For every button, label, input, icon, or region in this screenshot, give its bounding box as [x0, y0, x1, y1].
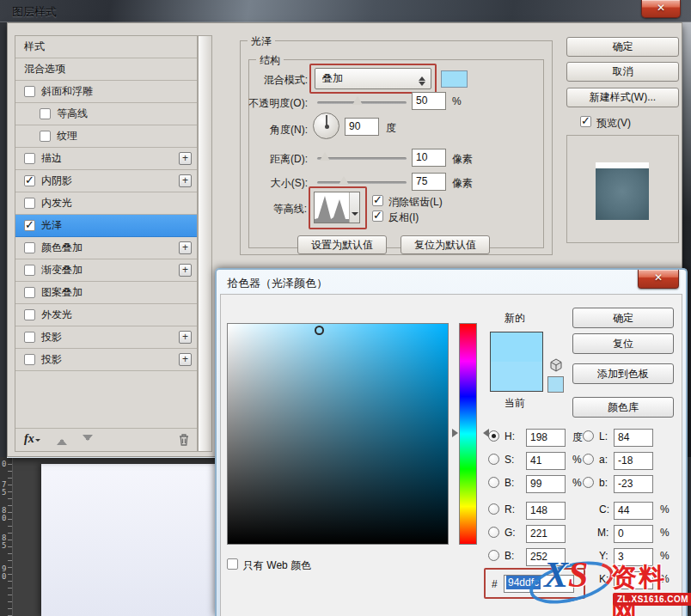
checkbox[interactable]: [24, 354, 35, 365]
checkbox[interactable]: [24, 198, 35, 209]
move-down-icon[interactable]: [83, 434, 93, 446]
plus-icon[interactable]: [179, 241, 192, 254]
plus-icon[interactable]: [179, 174, 192, 187]
k-input[interactable]: 0: [614, 571, 653, 589]
plus-icon[interactable]: [179, 152, 192, 165]
l-radio[interactable]: [583, 430, 594, 442]
sidebar-item-color-overlay[interactable]: 颜色叠加: [15, 237, 197, 259]
current-color-swatch: [491, 362, 542, 391]
checkbox[interactable]: [24, 265, 35, 276]
antialias-checkbox[interactable]: [372, 195, 383, 206]
h-input[interactable]: 198: [526, 429, 566, 447]
h-radio[interactable]: [488, 430, 499, 442]
out-of-gamut-cube-icon[interactable]: [549, 358, 563, 375]
sidebar-scrollbar[interactable]: [198, 35, 212, 452]
photoshop-window: 图层样式 ✕ 0 7 5 8 0 8 5 9 0 样式 混合选项 斜面和: [0, 0, 691, 616]
opacity-unit: %: [452, 95, 462, 107]
hue-slider-arrow-left[interactable]: [452, 429, 462, 437]
new-style-button[interactable]: 新建样式(W)...: [566, 88, 679, 107]
distance-input[interactable]: 10: [412, 149, 446, 167]
b2-radio[interactable]: [488, 550, 499, 561]
plus-icon[interactable]: [179, 264, 192, 277]
gamut-color-swatch[interactable]: [547, 376, 564, 393]
checkbox[interactable]: [40, 108, 51, 119]
color-field-marker[interactable]: [315, 326, 324, 335]
cancel-button[interactable]: 取消: [566, 62, 679, 82]
r-radio[interactable]: [488, 503, 499, 515]
g-input[interactable]: 221: [526, 525, 566, 543]
c-input[interactable]: 44: [614, 502, 653, 520]
size-input[interactable]: 75: [412, 173, 446, 191]
preview-checkbox[interactable]: [580, 116, 591, 127]
contour-picker[interactable]: [314, 192, 360, 223]
dropdown-arrows-icon: [419, 73, 425, 89]
sidebar-item-satin[interactable]: 光泽: [15, 215, 197, 237]
checkbox[interactable]: [24, 153, 35, 164]
move-up-icon[interactable]: [57, 434, 67, 446]
checkbox[interactable]: [24, 175, 35, 186]
checkbox[interactable]: [24, 287, 35, 298]
angle-input[interactable]: 90: [345, 118, 379, 136]
sidebar-item-bevel-emboss[interactable]: 斜面和浮雕: [15, 81, 197, 103]
sidebar-item-stroke[interactable]: 描边: [15, 148, 197, 170]
sidebar-item-styles[interactable]: 样式: [15, 36, 197, 58]
l-input[interactable]: 84: [614, 429, 653, 447]
sidebar-item-blending-options[interactable]: 混合选项: [15, 58, 197, 81]
layer-style-close-button[interactable]: ✕: [641, 0, 681, 18]
blend-mode-value: 叠加: [322, 71, 343, 86]
sidebar-item-drop-shadow[interactable]: 投影: [15, 326, 197, 349]
sidebar-item-outer-glow[interactable]: 外发光: [15, 304, 197, 326]
sidebar-item-inner-shadow[interactable]: 内阴影: [15, 170, 197, 192]
checkbox[interactable]: [40, 131, 51, 142]
a-input[interactable]: -18: [614, 452, 653, 470]
plus-icon[interactable]: [179, 353, 192, 366]
plus-icon[interactable]: [179, 331, 192, 344]
sidebar-item-inner-glow[interactable]: 内发光: [15, 192, 197, 215]
reset-default-button[interactable]: 复位为默认值: [401, 235, 490, 254]
add-to-swatches-button[interactable]: 添加到色板: [572, 363, 674, 384]
distance-unit: 像素: [452, 152, 473, 167]
angle-dial[interactable]: [313, 113, 339, 139]
ok-button[interactable]: 确定: [566, 37, 679, 57]
fx-menu-icon[interactable]: fx: [24, 432, 34, 446]
sidebar-item-drop-shadow-2[interactable]: 投影: [15, 349, 197, 371]
invert-checkbox[interactable]: [372, 210, 383, 222]
lab-b-input[interactable]: -23: [614, 475, 653, 493]
contour-dropdown-arrow-icon[interactable]: [349, 192, 359, 223]
delete-trash-icon[interactable]: [178, 433, 190, 448]
a-radio[interactable]: [583, 454, 594, 465]
distance-slider[interactable]: [317, 157, 407, 160]
sidebar-item-pattern-overlay[interactable]: 图案叠加: [15, 282, 197, 304]
sidebar-item-contour[interactable]: 等高线: [15, 103, 197, 125]
set-default-button[interactable]: 设置为默认值: [297, 235, 387, 254]
color-picker-close-button[interactable]: ✕: [638, 270, 679, 289]
sidebar-item-texture[interactable]: 纹理: [15, 125, 197, 148]
b-radio[interactable]: [488, 477, 499, 488]
picker-ok-button[interactable]: 确定: [572, 308, 674, 328]
color-libraries-button[interactable]: 颜色库: [572, 397, 674, 418]
g-radio[interactable]: [488, 527, 499, 538]
checkbox[interactable]: [24, 86, 35, 97]
checkbox[interactable]: [24, 332, 35, 343]
b-input[interactable]: 99: [526, 475, 566, 493]
saturation-brightness-field[interactable]: [227, 323, 449, 545]
s-input[interactable]: 41: [526, 452, 566, 470]
s-radio[interactable]: [488, 454, 499, 465]
blend-mode-dropdown[interactable]: 叠加: [315, 68, 431, 89]
sidebar-item-gradient-overlay[interactable]: 渐变叠加: [15, 259, 197, 282]
y-input[interactable]: 3: [614, 548, 653, 566]
opacity-input[interactable]: 50: [412, 92, 446, 110]
satin-color-swatch[interactable]: [441, 70, 468, 88]
r-input[interactable]: 148: [526, 502, 566, 520]
b2-input[interactable]: 252: [526, 548, 566, 566]
m-input[interactable]: 0: [614, 525, 653, 543]
checkbox[interactable]: [24, 220, 35, 231]
size-slider[interactable]: [317, 181, 407, 184]
hex-input[interactable]: 94ddfc: [504, 575, 574, 593]
checkbox[interactable]: [24, 242, 35, 253]
web-colors-only-checkbox[interactable]: [227, 558, 238, 570]
checkbox[interactable]: [24, 309, 35, 320]
y-label: Y:: [599, 550, 608, 562]
lab-b-radio[interactable]: [583, 477, 594, 488]
picker-reset-button[interactable]: 复位: [572, 333, 674, 354]
